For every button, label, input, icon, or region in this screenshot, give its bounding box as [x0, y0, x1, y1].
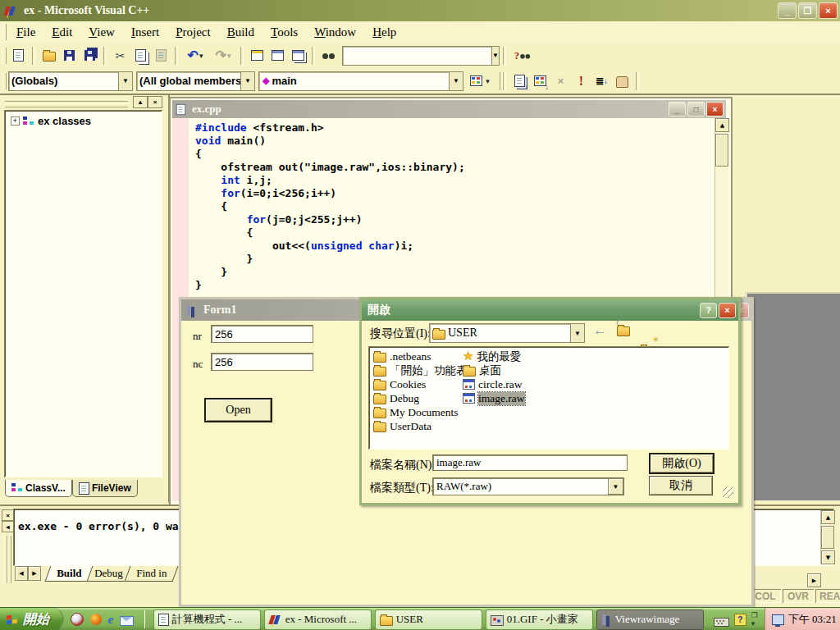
output-scroll-thumb[interactable] [821, 526, 834, 549]
compile-button[interactable]: ↓ [509, 71, 530, 91]
menu-edit[interactable]: Edit [43, 24, 80, 41]
search-help-button[interactable]: ? [509, 46, 534, 66]
function-combo[interactable]: ◆ main ▼ [258, 71, 463, 91]
look-in-dropdown[interactable]: ▼ [570, 324, 584, 342]
menu-help[interactable]: Help [364, 24, 404, 41]
up-one-level-icon[interactable]: ↑ [613, 320, 633, 340]
filename-input[interactable] [432, 454, 628, 471]
function-combo-dropdown[interactable]: ▼ [449, 72, 463, 90]
file-list-item[interactable]: Cookies [373, 377, 468, 391]
editor-minimize-button[interactable]: _ [669, 102, 686, 116]
menu-view[interactable]: View [80, 24, 123, 41]
start-button[interactable]: 開始 [0, 608, 62, 630]
dialog-open-button[interactable]: 開啟(O) [649, 453, 714, 474]
nr-input[interactable] [211, 325, 313, 343]
restore-button[interactable]: ❐ [798, 2, 817, 19]
taskbar-task[interactable]: 01.GIF - 小畫家 [486, 609, 593, 630]
back-icon[interactable]: ← [593, 322, 607, 339]
output-pin-button[interactable]: ◂ [2, 521, 14, 532]
members-combo-dropdown[interactable]: ▼ [240, 72, 254, 90]
output-vscrollbar[interactable]: ▲ ▼ [820, 510, 834, 564]
outlook-express-icon[interactable] [120, 616, 134, 626]
redo-button[interactable]: ↷▾ [209, 46, 237, 66]
wizard-actions-button[interactable]: ▾ [463, 71, 496, 91]
file-list-item[interactable]: Debug [373, 391, 468, 405]
find-in-files-button[interactable] [318, 46, 339, 66]
tabs-scroll-left[interactable]: ◀ [15, 566, 28, 581]
tray-help-icon[interactable]: ? [734, 614, 746, 626]
copy-button[interactable] [130, 46, 151, 66]
stop-build-button[interactable]: × [550, 71, 571, 91]
output-scroll-up[interactable]: ▲ [821, 510, 835, 524]
dialog-resize-grip[interactable] [723, 487, 733, 498]
workspace-tab-fileview[interactable]: FileView [72, 480, 138, 497]
file-list-item[interactable]: My Documents [373, 405, 468, 419]
dialog-close-button[interactable]: × [719, 303, 736, 318]
file-list-item[interactable]: circle.raw [463, 377, 525, 391]
windows-button[interactable] [288, 46, 308, 66]
menu-window[interactable]: Window [306, 24, 364, 41]
undo-button[interactable]: ↶▾ [181, 46, 209, 66]
find-combo-dropdown[interactable]: ▼ [491, 47, 499, 65]
taskbar-task[interactable]: Viewrawimage [596, 609, 704, 630]
minimize-button[interactable]: _ [778, 2, 797, 19]
tray-network-icon[interactable] [772, 614, 784, 625]
filetype-combo[interactable]: RAW(*.raw) ▼ [432, 477, 624, 495]
tray-chevron-icon[interactable]: ❐▾ [751, 611, 758, 628]
background-window[interactable] [745, 292, 840, 500]
open-file-button[interactable] [39, 46, 59, 66]
menu-build[interactable]: Build [219, 24, 262, 41]
execute-button[interactable]: ! [571, 71, 591, 91]
output-toggle-button[interactable] [267, 46, 288, 66]
menu-tools[interactable]: Tools [262, 24, 306, 41]
paste-button[interactable] [151, 46, 171, 66]
workspace-grip[interactable] [5, 98, 128, 107]
taskbar-task[interactable]: ex - Microsoft ... [264, 609, 372, 630]
dialog-cancel-button[interactable]: 取消 [649, 476, 713, 495]
taskbar-task[interactable]: 計算機程式 - ... [153, 609, 261, 630]
dialog-titlebar[interactable]: 開啟 ? × [359, 297, 741, 321]
globals-combo-dropdown[interactable]: ▼ [118, 72, 132, 90]
tree-node-ex-classes[interactable]: + ex classes [4, 110, 162, 127]
tabs-scroll-right[interactable]: ▶ [28, 566, 41, 581]
file-list-item[interactable]: ★我的最愛 [463, 349, 525, 363]
file-list-item[interactable]: 「開始」功能表 [373, 363, 468, 377]
menu-file[interactable]: File [8, 24, 43, 41]
file-list-item[interactable]: 桌面 [463, 363, 525, 377]
editor-maximize-button[interactable]: □ [687, 102, 705, 116]
menu-insert[interactable]: Insert [123, 24, 167, 41]
build-button[interactable]: ↓ [530, 71, 550, 91]
quicklaunch-app-icon[interactable] [71, 613, 84, 626]
scroll-thumb[interactable] [715, 134, 728, 167]
output-close-button[interactable]: × [2, 509, 14, 521]
editor-titlebar[interactable]: ex.cpp _ □ × [172, 100, 726, 118]
nc-input[interactable] [211, 353, 313, 371]
close-button[interactable]: × [819, 2, 838, 19]
toolbar-grip[interactable] [2, 48, 7, 64]
dialog-help-button[interactable]: ? [700, 303, 717, 318]
output-tab-find-in[interactable]: Find in [125, 566, 179, 582]
menubar-grip[interactable] [2, 24, 7, 40]
file-list-item[interactable]: UserData [373, 419, 468, 433]
workspace-close-button[interactable]: × [148, 96, 162, 108]
cut-button[interactable]: ✂ [110, 46, 130, 66]
expand-icon[interactable]: + [11, 116, 20, 126]
save-button[interactable] [59, 46, 80, 66]
new-file-button[interactable] [8, 46, 29, 66]
media-player-icon[interactable] [90, 614, 102, 625]
file-list-item[interactable]: .netbeans [373, 349, 468, 363]
workspace-tab-classview[interactable]: ClassV... [5, 480, 72, 497]
save-all-button[interactable] [80, 46, 100, 66]
internet-explorer-icon[interactable]: e [108, 614, 114, 626]
workspace-float-button[interactable]: ▴ [133, 96, 148, 108]
file-list-item-selected[interactable]: image.raw [463, 391, 525, 405]
editor-close-button[interactable]: × [706, 102, 724, 116]
scroll-up-button[interactable]: ▲ [715, 118, 729, 132]
output-scroll-right[interactable]: ▶ [807, 573, 821, 587]
form1-open-button[interactable]: Open [204, 398, 272, 422]
members-combo[interactable]: (All global members) ▼ [136, 71, 255, 91]
menu-project[interactable]: Project [167, 24, 219, 41]
find-input[interactable] [343, 49, 491, 62]
keyboard-layout-icon[interactable] [714, 618, 729, 627]
find-combo[interactable]: ▼ [342, 46, 500, 66]
